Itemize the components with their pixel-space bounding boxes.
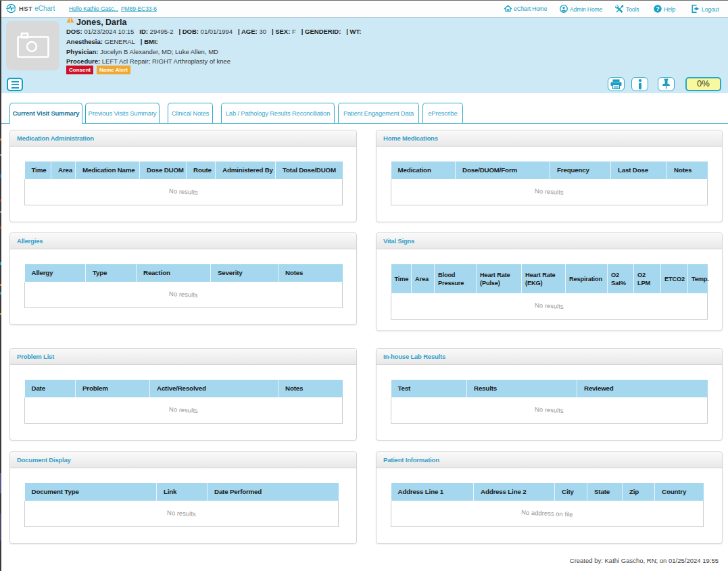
- svg-text:?: ?: [656, 5, 659, 12]
